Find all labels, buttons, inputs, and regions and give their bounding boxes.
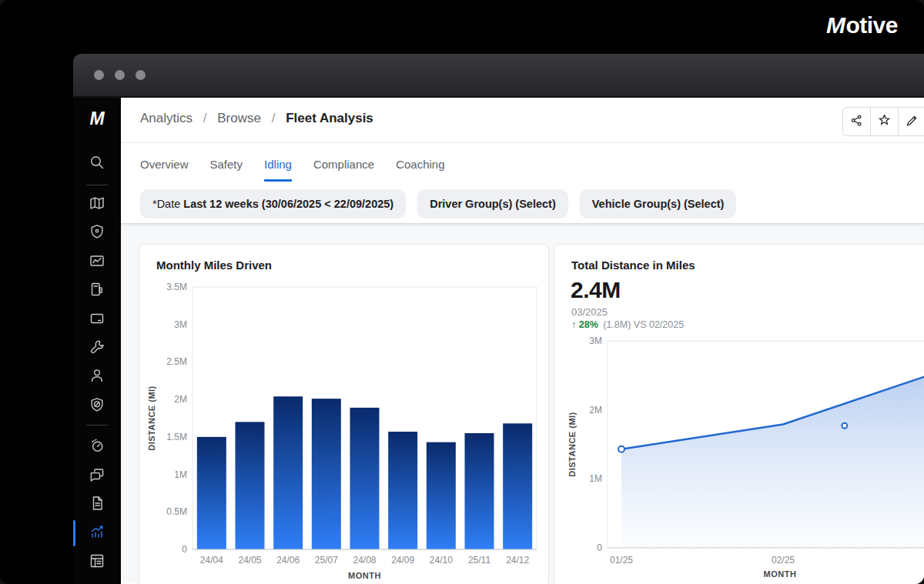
sidebar-item-card[interactable]: [73, 306, 121, 334]
sidebar-item-map[interactable]: [73, 191, 121, 219]
page-header: Analytics / Browse / Fleet Analysis: [121, 98, 924, 143]
svg-text:1M: 1M: [589, 473, 602, 484]
svg-text:25/11: 25/11: [468, 555, 490, 566]
tab-overview[interactable]: Overview: [140, 158, 189, 182]
kpi-delta-arrow-and-pct: ↑ 28%: [571, 319, 601, 330]
sidebar-item-document[interactable]: [73, 491, 121, 519]
sidebar-item-search[interactable]: [73, 150, 121, 178]
svg-text:MONTH: MONTH: [764, 569, 797, 579]
share-icon: [849, 113, 864, 131]
tab-idling[interactable]: Idling: [264, 158, 292, 182]
driver-group-filter-label: Driver Group(s) (Select): [430, 198, 556, 210]
svg-text:02/25: 02/25: [772, 555, 795, 566]
svg-text:DISTANCE (MI): DISTANCE (MI): [567, 412, 577, 477]
dashboard-canvas: 00.5M1M1.5M2M2.5M3M3.5M24/0424/0524/0625…: [121, 223, 924, 583]
window-control-minimize[interactable]: [115, 70, 125, 80]
share-button[interactable]: [842, 107, 871, 136]
sidebar-item-messages[interactable]: [73, 462, 121, 490]
fuel-icon: [89, 281, 105, 301]
sidebar-item-wrench[interactable]: [73, 335, 121, 362]
dispatch-icon: [89, 396, 105, 416]
driver-group-filter-pill[interactable]: Driver Group(s) (Select): [417, 189, 568, 219]
search-icon: [89, 154, 105, 174]
total-distance-card: 01M2M3M01/2502/2503/25MONTHDISTANCE (MI)…: [554, 244, 924, 584]
sidebar-item-reports[interactable]: [73, 549, 121, 576]
window-control-close[interactable]: [94, 70, 104, 80]
motive-logo: Motive: [826, 12, 898, 38]
breadcrumb-analytics[interactable]: Analytics: [140, 111, 192, 125]
sidebar-item-person[interactable]: [73, 363, 121, 391]
app-sidebar: M: [73, 98, 121, 584]
svg-text:0: 0: [182, 544, 187, 555]
svg-text:24/10: 24/10: [430, 555, 453, 566]
star-icon: [877, 113, 892, 131]
sidebar-item-shield[interactable]: [73, 219, 121, 247]
monthly-miles-card: 00.5M1M1.5M2M2.5M3M3.5M24/0424/0524/0625…: [139, 244, 549, 584]
tab-bar: Overview Safety Idling Compliance Coachi…: [121, 143, 924, 189]
window-body: M Analytics / Browse / Fleet Analysis: [73, 98, 924, 584]
kpi-chart-title: Total Distance in Miles: [571, 259, 695, 272]
person-icon: [89, 367, 105, 387]
svg-text:0.5M: 0.5M: [166, 506, 187, 517]
filter-bar: *Date Last 12 weeks (30/06/2025 < 22/09/…: [121, 189, 924, 223]
vehicle-group-filter-label: Vehicle Group(s) (Select): [592, 198, 725, 210]
analytics-icon: [89, 523, 105, 543]
svg-text:2.5M: 2.5M: [166, 356, 187, 367]
browser-window: M Analytics / Browse / Fleet Analysis: [73, 54, 924, 584]
sidebar-divider: [86, 185, 108, 185]
sidebar-item-dashcam[interactable]: [73, 249, 121, 276]
vehicle-group-filter-pill[interactable]: Vehicle Group(s) (Select): [580, 189, 737, 219]
bar-chart: 00.5M1M1.5M2M2.5M3M3.5M24/0424/0524/0625…: [139, 245, 550, 584]
reports-icon: [89, 552, 105, 572]
sidebar-divider: [86, 425, 108, 425]
breadcrumb-separator: /: [272, 111, 276, 125]
svg-text:24/08: 24/08: [353, 555, 376, 566]
svg-text:24/05: 24/05: [238, 555, 261, 566]
svg-text:3M: 3M: [589, 335, 602, 346]
window-titlebar: [73, 54, 924, 98]
sidebar-logo[interactable]: M: [73, 108, 121, 129]
svg-text:3.5M: 3.5M: [166, 282, 187, 292]
svg-text:24/04: 24/04: [200, 555, 223, 566]
top-brand-bar: Motive: [0, 0, 924, 54]
card-icon: [89, 310, 105, 330]
document-icon: [89, 495, 105, 515]
svg-text:24/09: 24/09: [391, 555, 414, 566]
edit-button[interactable]: [898, 107, 924, 136]
date-filter-prefix: *Date: [152, 198, 180, 210]
svg-text:1.5M: 1.5M: [166, 432, 187, 442]
breadcrumb: Analytics / Browse / Fleet Analysis: [140, 111, 373, 126]
pencil-icon: [905, 113, 919, 131]
header-action-group: [843, 107, 924, 136]
page-title: Fleet Analysis: [286, 111, 373, 125]
breadcrumb-separator: /: [203, 111, 207, 125]
tracking-icon: [89, 437, 105, 457]
window-control-zoom[interactable]: [136, 70, 146, 80]
motive-logo-m: M: [826, 12, 845, 38]
tab-coaching[interactable]: Coaching: [396, 158, 444, 182]
svg-text:3M: 3M: [174, 319, 187, 330]
svg-text:2M: 2M: [589, 405, 602, 415]
breadcrumb-browse[interactable]: Browse: [217, 111, 261, 125]
messages-icon: [89, 466, 105, 486]
kpi-period: 03/2025: [571, 306, 608, 318]
sidebar-item-dispatch[interactable]: [73, 392, 121, 420]
kpi-value: 2.4M: [571, 277, 621, 303]
bar-chart-title: Monthly Miles Driven: [156, 259, 272, 272]
sidebar-item-tracking[interactable]: [73, 433, 121, 461]
map-icon: [89, 195, 105, 215]
svg-text:1M: 1M: [174, 469, 187, 480]
svg-text:MONTH: MONTH: [348, 571, 381, 580]
screenshot-frame: Motive M Analytics / Browse / Fleet: [0, 0, 924, 584]
sidebar-item-fuel[interactable]: [73, 277, 121, 305]
tab-safety[interactable]: Safety: [210, 158, 243, 182]
tab-compliance[interactable]: Compliance: [313, 158, 374, 182]
date-filter-pill[interactable]: *Date Last 12 weeks (30/06/2025 < 22/09/…: [140, 189, 406, 219]
svg-text:DISTANCE (MI): DISTANCE (MI): [147, 385, 156, 451]
svg-text:25/07: 25/07: [315, 555, 338, 566]
favorite-button[interactable]: [870, 107, 899, 136]
svg-text:01/25: 01/25: [610, 555, 633, 566]
svg-text:24/06: 24/06: [276, 555, 300, 566]
sidebar-item-analytics[interactable]: [73, 519, 121, 547]
sidebar-active-indicator: [73, 520, 75, 546]
